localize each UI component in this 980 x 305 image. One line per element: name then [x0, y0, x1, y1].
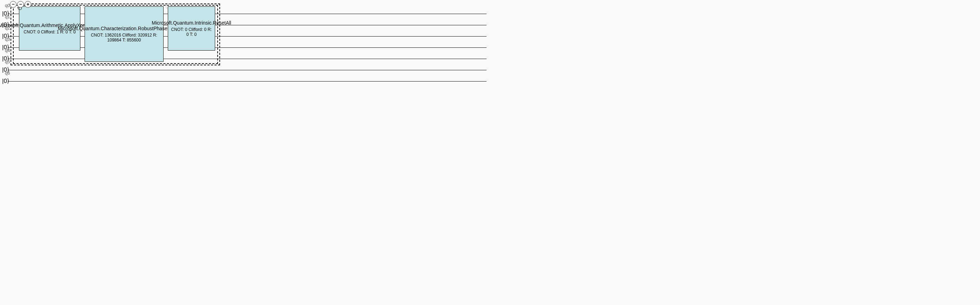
qubit-wire	[8, 70, 487, 70]
plus-icon: +	[26, 2, 29, 7]
qubit-name: q0	[5, 3, 10, 8]
qubit-name: q3	[5, 37, 10, 42]
qubit-row-q6: q6 |0⟩	[0, 77, 490, 88]
minus-icon: −	[11, 2, 14, 7]
zoom-out-button[interactable]: −	[17, 1, 24, 8]
qubit-name: q4	[5, 48, 10, 53]
quantum-circuit-diagram: q0 |0⟩ q1 |0⟩ q2 |0⟩ q3 |0⟩ q4 |0⟩ q5 |0…	[0, 0, 490, 169]
qubit-row-q5: q5 |0⟩	[0, 65, 490, 77]
gate-stats: CNOT: 1362016 Clifford: 320912 R: 109864…	[86, 33, 162, 43]
qubit-name: q1	[5, 14, 10, 19]
qubit-wire	[8, 59, 487, 59]
gate-stats: CNOT: 0 Clifford: 0 R: 0 T: 0	[170, 27, 213, 37]
zoom-controls: − − +	[10, 1, 31, 8]
qubit-wire	[8, 81, 487, 81]
gate-reset-all[interactable]: Microsoft.Quantum.Intrinsic.ResetAll CNO…	[168, 6, 215, 51]
zoom-out-button[interactable]: −	[10, 1, 16, 8]
minus-icon: −	[19, 2, 22, 7]
gate-label: Microsoft.Quantum.Intrinsic.ResetAll	[152, 20, 231, 26]
gate-robust-phase-estimation[interactable]: Microsoft.Quantum.Characterization.Robus…	[84, 6, 164, 62]
qubit-row-q4: q4 |0⟩	[0, 54, 490, 65]
qubit-name: q6	[5, 70, 10, 75]
qubit-name: q5	[5, 59, 10, 64]
zoom-in-button[interactable]: +	[25, 1, 31, 8]
